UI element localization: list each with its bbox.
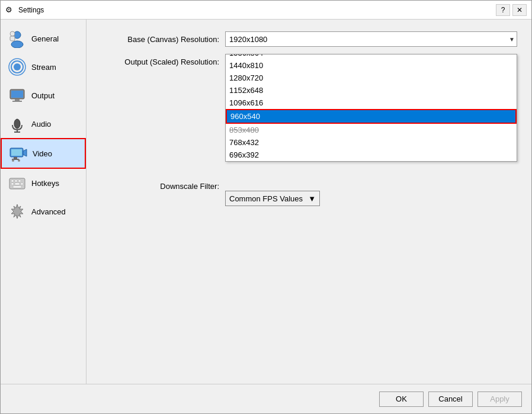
audio-label: Audio — [31, 120, 51, 129]
settings-window: ⚙ Settings ? ✕ General — [0, 0, 532, 414]
close-button[interactable]: ✕ — [512, 4, 527, 16]
svg-rect-17 — [14, 157, 17, 159]
fps-label: Common FPS Values — [229, 194, 303, 203]
window-icon: ⚙ — [5, 5, 15, 15]
stream-label: Stream — [31, 63, 56, 72]
title-bar-left: ⚙ Settings — [5, 5, 44, 15]
svg-rect-28 — [13, 186, 21, 188]
sidebar-item-general[interactable]: General — [1, 24, 86, 53]
sidebar: General Stream — [1, 20, 86, 384]
general-label: General — [31, 34, 59, 43]
sidebar-item-stream[interactable]: Stream — [1, 53, 86, 81]
dropdown-item-1[interactable]: 1536x864 — [226, 54, 517, 59]
output-label: Output — [31, 91, 55, 100]
advanced-icon — [8, 202, 27, 221]
svg-rect-26 — [15, 183, 20, 185]
svg-point-19 — [12, 159, 14, 162]
output-resolution-dropdown: 1920x10801536x8641440x8101280x7201152x64… — [225, 54, 517, 162]
window-title: Settings — [18, 6, 44, 14]
base-resolution-row: Base (Canvas) Resolution: ▼ — [101, 31, 517, 47]
audio-icon — [8, 114, 27, 133]
svg-rect-3 — [10, 36, 15, 41]
dropdown-item-4[interactable]: 1152x648 — [226, 84, 517, 97]
help-button[interactable]: ? — [496, 4, 510, 16]
title-bar: ⚙ Settings ? ✕ — [1, 1, 531, 20]
apply-button[interactable]: Apply — [477, 391, 522, 407]
svg-rect-27 — [21, 183, 23, 185]
svg-rect-8 — [11, 91, 23, 98]
advanced-label: Advanced — [31, 207, 66, 216]
output-resolution-control: ▼ 1920x10801536x8641440x8101280x7201152x… — [225, 54, 517, 69]
dropdown-item-6[interactable]: 960x540 — [226, 109, 517, 124]
output-icon — [8, 86, 27, 105]
downscale-filter-row: Downscale Filter: — [101, 182, 517, 191]
general-icon — [8, 29, 27, 48]
title-bar-buttons: ? ✕ — [496, 4, 527, 16]
svg-marker-16 — [23, 149, 27, 156]
footer: OK Cancel Apply — [1, 384, 531, 413]
svg-rect-9 — [15, 99, 20, 101]
output-resolution-dropdown-list: 1920x10801536x8641440x8101280x7201152x64… — [226, 54, 517, 161]
svg-rect-15 — [11, 149, 22, 156]
base-resolution-combobox-wrapper: ▼ — [225, 31, 517, 47]
svg-rect-23 — [15, 180, 17, 182]
svg-point-2 — [10, 31, 15, 36]
dropdown-item-8[interactable]: 768x432 — [226, 136, 517, 149]
dropdown-item-9[interactable]: 696x392 — [226, 149, 517, 161]
svg-point-11 — [14, 119, 20, 129]
base-resolution-input[interactable] — [225, 31, 517, 47]
sidebar-item-output[interactable]: Output — [1, 81, 86, 110]
sidebar-item-advanced[interactable]: Advanced — [1, 197, 86, 226]
svg-rect-24 — [18, 180, 21, 182]
content-area: General Stream — [1, 20, 531, 384]
svg-point-1 — [11, 41, 23, 48]
stream-icon — [8, 57, 27, 76]
dropdown-item-7[interactable]: 853x480 — [226, 124, 517, 136]
sidebar-item-hotkeys[interactable]: Hotkeys — [1, 169, 86, 197]
sidebar-item-audio[interactable]: Audio — [1, 110, 86, 138]
output-resolution-label: Output (Scaled) Resolution: — [101, 57, 225, 66]
main-content: Base (Canvas) Resolution: ▼ Output (Scal… — [86, 20, 531, 384]
hotkeys-label: Hotkeys — [31, 179, 59, 188]
hotkeys-icon — [8, 174, 27, 192]
base-resolution-label: Base (Canvas) Resolution: — [101, 35, 225, 44]
fps-dropdown[interactable]: Common FPS Values ▼ — [225, 191, 320, 206]
video-label: Video — [33, 149, 52, 158]
sidebar-item-video[interactable]: Video — [1, 138, 86, 169]
ok-button[interactable]: OK — [379, 391, 424, 407]
svg-rect-22 — [11, 180, 14, 182]
base-resolution-control: ▼ — [225, 31, 517, 47]
svg-rect-10 — [12, 101, 22, 102]
downscale-filter-label: Downscale Filter: — [101, 182, 225, 191]
video-icon — [9, 144, 28, 163]
svg-rect-25 — [11, 183, 14, 185]
dropdown-item-3[interactable]: 1280x720 — [226, 72, 517, 84]
dropdown-item-2[interactable]: 1440x810 — [226, 59, 517, 72]
fps-arrow: ▼ — [308, 194, 316, 203]
cancel-button[interactable]: Cancel — [428, 391, 473, 407]
dropdown-item-5[interactable]: 1096x616 — [226, 97, 517, 109]
svg-point-4 — [14, 63, 21, 70]
svg-point-20 — [18, 159, 20, 162]
output-resolution-row: Output (Scaled) Resolution: ▼ 1920x10801… — [101, 54, 517, 69]
fps-row: Common FPS Values ▼ — [225, 191, 517, 206]
